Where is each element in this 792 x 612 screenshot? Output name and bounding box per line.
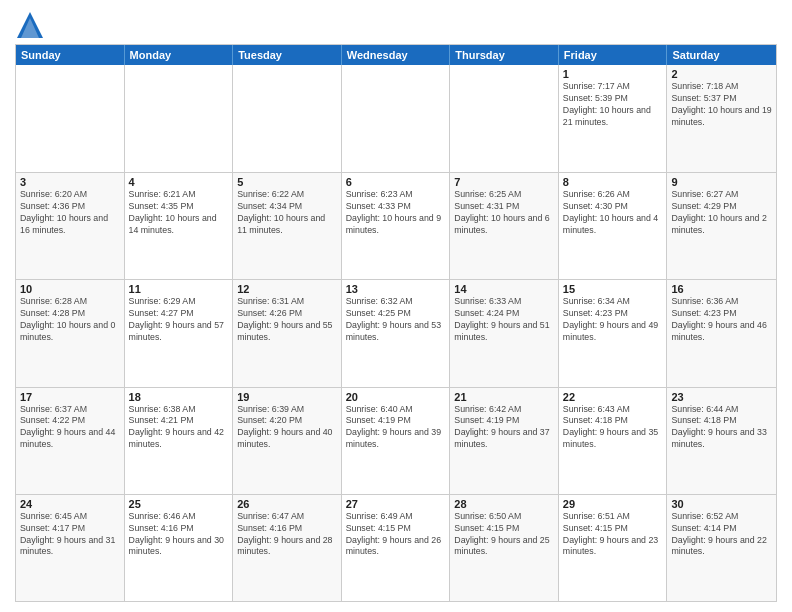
day-number: 22 <box>563 391 663 403</box>
day-info: Sunrise: 6:22 AM Sunset: 4:34 PM Dayligh… <box>237 189 337 237</box>
day-info: Sunrise: 6:23 AM Sunset: 4:33 PM Dayligh… <box>346 189 446 237</box>
day-info: Sunrise: 6:44 AM Sunset: 4:18 PM Dayligh… <box>671 404 772 452</box>
cal-cell <box>342 65 451 172</box>
day-info: Sunrise: 7:17 AM Sunset: 5:39 PM Dayligh… <box>563 81 663 129</box>
day-info: Sunrise: 6:38 AM Sunset: 4:21 PM Dayligh… <box>129 404 229 452</box>
day-number: 25 <box>129 498 229 510</box>
cal-cell: 1Sunrise: 7:17 AM Sunset: 5:39 PM Daylig… <box>559 65 668 172</box>
day-info: Sunrise: 6:37 AM Sunset: 4:22 PM Dayligh… <box>20 404 120 452</box>
cal-cell <box>450 65 559 172</box>
day-info: Sunrise: 6:32 AM Sunset: 4:25 PM Dayligh… <box>346 296 446 344</box>
cal-cell: 18Sunrise: 6:38 AM Sunset: 4:21 PM Dayli… <box>125 388 234 494</box>
logo-icon <box>15 10 45 40</box>
day-number: 20 <box>346 391 446 403</box>
cal-cell: 4Sunrise: 6:21 AM Sunset: 4:35 PM Daylig… <box>125 173 234 279</box>
day-info: Sunrise: 6:51 AM Sunset: 4:15 PM Dayligh… <box>563 511 663 559</box>
calendar-row-0: 1Sunrise: 7:17 AM Sunset: 5:39 PM Daylig… <box>16 65 776 172</box>
day-info: Sunrise: 6:50 AM Sunset: 4:15 PM Dayligh… <box>454 511 554 559</box>
calendar: SundayMondayTuesdayWednesdayThursdayFrid… <box>15 44 777 602</box>
cal-cell: 23Sunrise: 6:44 AM Sunset: 4:18 PM Dayli… <box>667 388 776 494</box>
day-number: 21 <box>454 391 554 403</box>
day-number: 14 <box>454 283 554 295</box>
day-number: 13 <box>346 283 446 295</box>
day-info: Sunrise: 6:40 AM Sunset: 4:19 PM Dayligh… <box>346 404 446 452</box>
day-number: 18 <box>129 391 229 403</box>
cal-cell: 14Sunrise: 6:33 AM Sunset: 4:24 PM Dayli… <box>450 280 559 386</box>
cal-cell: 3Sunrise: 6:20 AM Sunset: 4:36 PM Daylig… <box>16 173 125 279</box>
day-info: Sunrise: 6:26 AM Sunset: 4:30 PM Dayligh… <box>563 189 663 237</box>
calendar-row-2: 10Sunrise: 6:28 AM Sunset: 4:28 PM Dayli… <box>16 279 776 386</box>
cal-cell: 17Sunrise: 6:37 AM Sunset: 4:22 PM Dayli… <box>16 388 125 494</box>
day-info: Sunrise: 6:49 AM Sunset: 4:15 PM Dayligh… <box>346 511 446 559</box>
header <box>15 10 777 40</box>
day-number: 24 <box>20 498 120 510</box>
cal-cell: 13Sunrise: 6:32 AM Sunset: 4:25 PM Dayli… <box>342 280 451 386</box>
cal-cell: 16Sunrise: 6:36 AM Sunset: 4:23 PM Dayli… <box>667 280 776 386</box>
calendar-row-4: 24Sunrise: 6:45 AM Sunset: 4:17 PM Dayli… <box>16 494 776 601</box>
calendar-body: 1Sunrise: 7:17 AM Sunset: 5:39 PM Daylig… <box>16 65 776 601</box>
day-info: Sunrise: 6:21 AM Sunset: 4:35 PM Dayligh… <box>129 189 229 237</box>
header-day-tuesday: Tuesday <box>233 45 342 65</box>
day-number: 19 <box>237 391 337 403</box>
day-info: Sunrise: 6:39 AM Sunset: 4:20 PM Dayligh… <box>237 404 337 452</box>
day-number: 17 <box>20 391 120 403</box>
header-day-monday: Monday <box>125 45 234 65</box>
day-number: 2 <box>671 68 772 80</box>
cal-cell: 12Sunrise: 6:31 AM Sunset: 4:26 PM Dayli… <box>233 280 342 386</box>
cal-cell: 11Sunrise: 6:29 AM Sunset: 4:27 PM Dayli… <box>125 280 234 386</box>
day-number: 3 <box>20 176 120 188</box>
day-info: Sunrise: 6:27 AM Sunset: 4:29 PM Dayligh… <box>671 189 772 237</box>
cal-cell: 9Sunrise: 6:27 AM Sunset: 4:29 PM Daylig… <box>667 173 776 279</box>
day-number: 28 <box>454 498 554 510</box>
day-info: Sunrise: 6:31 AM Sunset: 4:26 PM Dayligh… <box>237 296 337 344</box>
cal-cell: 2Sunrise: 7:18 AM Sunset: 5:37 PM Daylig… <box>667 65 776 172</box>
day-number: 7 <box>454 176 554 188</box>
day-info: Sunrise: 6:43 AM Sunset: 4:18 PM Dayligh… <box>563 404 663 452</box>
day-number: 27 <box>346 498 446 510</box>
day-info: Sunrise: 6:47 AM Sunset: 4:16 PM Dayligh… <box>237 511 337 559</box>
cal-cell: 21Sunrise: 6:42 AM Sunset: 4:19 PM Dayli… <box>450 388 559 494</box>
day-info: Sunrise: 6:29 AM Sunset: 4:27 PM Dayligh… <box>129 296 229 344</box>
header-day-wednesday: Wednesday <box>342 45 451 65</box>
cal-cell: 15Sunrise: 6:34 AM Sunset: 4:23 PM Dayli… <box>559 280 668 386</box>
cal-cell: 19Sunrise: 6:39 AM Sunset: 4:20 PM Dayli… <box>233 388 342 494</box>
day-number: 29 <box>563 498 663 510</box>
calendar-header: SundayMondayTuesdayWednesdayThursdayFrid… <box>16 45 776 65</box>
header-day-friday: Friday <box>559 45 668 65</box>
day-info: Sunrise: 6:36 AM Sunset: 4:23 PM Dayligh… <box>671 296 772 344</box>
cal-cell: 22Sunrise: 6:43 AM Sunset: 4:18 PM Dayli… <box>559 388 668 494</box>
day-info: Sunrise: 6:45 AM Sunset: 4:17 PM Dayligh… <box>20 511 120 559</box>
day-number: 16 <box>671 283 772 295</box>
day-number: 15 <box>563 283 663 295</box>
cal-cell: 24Sunrise: 6:45 AM Sunset: 4:17 PM Dayli… <box>16 495 125 601</box>
day-info: Sunrise: 6:20 AM Sunset: 4:36 PM Dayligh… <box>20 189 120 237</box>
day-number: 8 <box>563 176 663 188</box>
day-number: 9 <box>671 176 772 188</box>
cal-cell <box>125 65 234 172</box>
day-info: Sunrise: 6:46 AM Sunset: 4:16 PM Dayligh… <box>129 511 229 559</box>
cal-cell: 25Sunrise: 6:46 AM Sunset: 4:16 PM Dayli… <box>125 495 234 601</box>
day-info: Sunrise: 6:42 AM Sunset: 4:19 PM Dayligh… <box>454 404 554 452</box>
cal-cell: 5Sunrise: 6:22 AM Sunset: 4:34 PM Daylig… <box>233 173 342 279</box>
calendar-row-1: 3Sunrise: 6:20 AM Sunset: 4:36 PM Daylig… <box>16 172 776 279</box>
day-number: 12 <box>237 283 337 295</box>
day-info: Sunrise: 6:28 AM Sunset: 4:28 PM Dayligh… <box>20 296 120 344</box>
cal-cell <box>16 65 125 172</box>
page: SundayMondayTuesdayWednesdayThursdayFrid… <box>0 0 792 612</box>
day-number: 10 <box>20 283 120 295</box>
cal-cell: 26Sunrise: 6:47 AM Sunset: 4:16 PM Dayli… <box>233 495 342 601</box>
day-number: 4 <box>129 176 229 188</box>
day-info: Sunrise: 6:33 AM Sunset: 4:24 PM Dayligh… <box>454 296 554 344</box>
day-number: 30 <box>671 498 772 510</box>
day-info: Sunrise: 6:52 AM Sunset: 4:14 PM Dayligh… <box>671 511 772 559</box>
day-number: 11 <box>129 283 229 295</box>
day-info: Sunrise: 7:18 AM Sunset: 5:37 PM Dayligh… <box>671 81 772 129</box>
logo <box>15 10 49 40</box>
day-number: 1 <box>563 68 663 80</box>
cal-cell: 30Sunrise: 6:52 AM Sunset: 4:14 PM Dayli… <box>667 495 776 601</box>
cal-cell: 7Sunrise: 6:25 AM Sunset: 4:31 PM Daylig… <box>450 173 559 279</box>
header-day-sunday: Sunday <box>16 45 125 65</box>
day-number: 6 <box>346 176 446 188</box>
day-number: 26 <box>237 498 337 510</box>
cal-cell: 6Sunrise: 6:23 AM Sunset: 4:33 PM Daylig… <box>342 173 451 279</box>
